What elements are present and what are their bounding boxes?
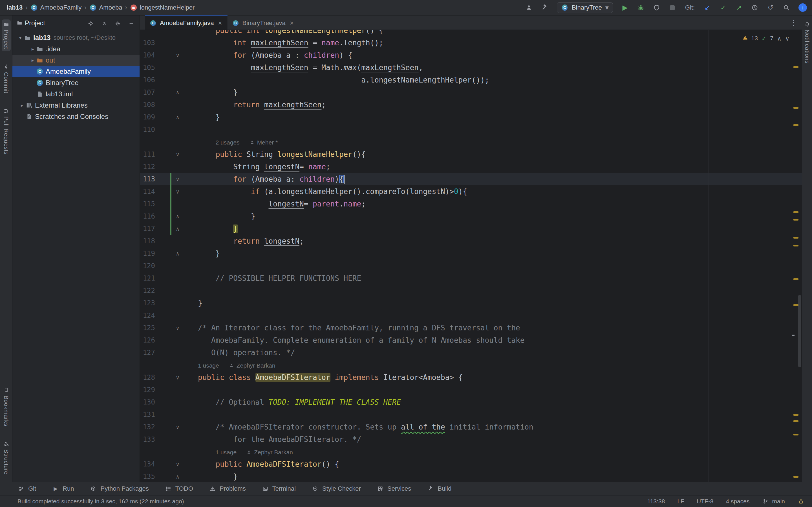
tree-chevron-icon[interactable]: ▸ (29, 57, 37, 63)
code-line-130[interactable]: 130 // Optional TODO: IMPLEMENT THE CLAS… (140, 396, 802, 408)
fold-marker-icon[interactable]: ∧ (174, 470, 182, 482)
code-line-127[interactable]: 127 O(N) operations. */ (140, 346, 802, 359)
search-icon[interactable] (783, 4, 790, 11)
tree-item-lab13[interactable]: ▾lab13sources root, ~/Deskto (12, 32, 140, 43)
warning-stripe-mark[interactable] (794, 304, 799, 306)
warning-count[interactable]: 13 (751, 35, 758, 42)
usages-inlay-hint[interactable]: 2 usagesMeher * (140, 136, 802, 148)
line-number[interactable]: 114 (141, 185, 155, 198)
code-line-135[interactable]: 135∧ } (140, 470, 802, 482)
line-number[interactable]: 130 (141, 396, 155, 408)
warning-stripe-mark[interactable] (794, 278, 799, 280)
warning-stripe-mark[interactable] (794, 434, 799, 436)
editor-tab-binarytree-java[interactable]: CBinaryTree.java× (227, 15, 299, 30)
author-name[interactable]: Zephyr Barkan (237, 359, 275, 372)
usages-inlay-hint[interactable]: 1 usageZephyr Barkan (140, 446, 802, 458)
line-number[interactable]: 120 (141, 260, 155, 272)
breadcrumb-item[interactable]: mlongestNameHelper (130, 4, 195, 11)
line-number[interactable]: 109 (141, 111, 155, 123)
line-number[interactable]: 122 (141, 284, 155, 297)
line-number[interactable]: 103 (141, 37, 155, 49)
tree-item-amoebafamily[interactable]: CAmoebaFamily (12, 66, 140, 77)
line-number[interactable]: 121 (141, 272, 155, 284)
warning-stripe-mark[interactable] (794, 414, 799, 416)
tool-window-button-git[interactable]: Git (17, 485, 36, 492)
line-number[interactable]: 110 (141, 123, 155, 136)
code-line-109[interactable]: 109∧ } (140, 111, 802, 123)
line-number[interactable]: 132 (141, 421, 155, 433)
warning-stripe-mark[interactable] (794, 245, 799, 246)
line-number[interactable]: 119 (141, 247, 155, 260)
fold-marker-icon[interactable]: ∨ (174, 458, 182, 470)
code-line-103[interactable]: 103 int maxLengthSeen = name.length(); (140, 37, 802, 49)
tool-stripe-button-notifications[interactable]: Notifications (803, 19, 812, 66)
fold-marker-icon[interactable]: ∨ (174, 421, 182, 433)
fold-marker-icon[interactable]: ∧ (174, 86, 182, 99)
usages-count[interactable]: 1 usage (215, 446, 237, 459)
code-line-123[interactable]: 123} (140, 297, 802, 309)
run-configuration-select[interactable]: CBinaryTree▾ (557, 2, 613, 13)
tool-window-button-todo[interactable]: TODO (165, 485, 193, 492)
fold-marker-icon[interactable]: ∨ (174, 185, 182, 198)
tool-stripe-button-bookmarks[interactable]: Bookmarks (2, 385, 11, 429)
change-marker[interactable] (170, 198, 171, 210)
tool-window-button-build[interactable]: Build (427, 485, 451, 492)
status-item-main[interactable]: main (762, 498, 785, 505)
status-item-utf-8[interactable]: UTF-8 (697, 498, 714, 505)
close-icon[interactable]: × (290, 19, 294, 27)
line-number[interactable]: 113 (141, 173, 155, 185)
code-line-117[interactable]: 117∧ } (140, 223, 802, 235)
line-number[interactable]: 134 (141, 458, 155, 470)
settings-icon[interactable] (114, 21, 121, 26)
fold-marker-icon[interactable]: ∨ (174, 173, 182, 185)
code-line-118[interactable]: 118 return longestN; (140, 235, 802, 247)
fold-marker-icon[interactable]: ∧ (174, 111, 182, 123)
code-line-116[interactable]: 116∧ } (140, 210, 802, 223)
tree-item-lab13-iml[interactable]: lab13.iml (12, 89, 140, 100)
warning-stripe-mark[interactable] (794, 237, 799, 238)
warning-stripe-mark[interactable] (794, 420, 799, 422)
line-number[interactable]: 118 (141, 235, 155, 247)
fold-marker-icon[interactable]: ∨ (174, 49, 182, 61)
code-line-114[interactable]: 114∨ if (a.longestNameHelper().compareTo… (140, 185, 802, 198)
fold-marker-icon[interactable]: ∧ (174, 247, 182, 260)
code-line-115[interactable]: 115 longestN= parent.name; (140, 198, 802, 210)
code-line-106[interactable]: 106 a.longestNameLengthHelper()); (140, 74, 802, 86)
line-number[interactable]: 104 (141, 49, 155, 61)
code-line-108[interactable]: 108 return maxLengthSeen; (140, 99, 802, 111)
line-number[interactable]: 116 (141, 210, 155, 223)
code-line-134[interactable]: 134∨ public AmoebaDFSIterator() { (140, 458, 802, 470)
author-name[interactable]: Zephyr Barkan (254, 446, 293, 459)
tool-stripe-button-pull-requests[interactable]: Pull Requests (2, 106, 11, 157)
code-line-partial[interactable]: public int longestNameLengthHelper() { (140, 30, 802, 37)
line-number[interactable]: 107 (141, 86, 155, 99)
commit-check-icon[interactable]: ✓ (719, 4, 727, 11)
code-line-112[interactable]: 112 String longestN= name; (140, 161, 802, 173)
tool-window-button-terminal[interactable]: Terminal (262, 485, 296, 492)
code-line-124[interactable]: 124 (140, 309, 802, 322)
line-number[interactable]: 106 (141, 74, 155, 86)
status-item-lf[interactable]: LF (677, 498, 684, 505)
rollback-icon[interactable]: ↺ (767, 4, 774, 11)
line-number[interactable]: 126 (141, 334, 155, 346)
line-number[interactable]: 117 (141, 223, 155, 235)
editor-tab-amoebafamily-java[interactable]: CAmoebaFamily.java× (145, 15, 227, 30)
line-number[interactable]: 124 (141, 309, 155, 322)
tree-item--idea[interactable]: ▸.idea (12, 43, 140, 55)
tree-item-out[interactable]: ▸out (12, 55, 140, 66)
fold-marker-icon[interactable]: ∧ (174, 210, 182, 223)
code-line-113[interactable]: 113∨ for (Amoeba a: children){ (140, 173, 802, 185)
tree-item-external-libraries[interactable]: ▸External Libraries (12, 100, 140, 111)
hammer-icon[interactable] (541, 4, 548, 11)
fold-marker-icon[interactable]: ∨ (174, 148, 182, 161)
code-line-107[interactable]: 107∧ } (140, 86, 802, 99)
tool-window-button-services[interactable]: Services (377, 485, 411, 492)
change-marker[interactable] (170, 185, 171, 198)
coverage-icon[interactable] (653, 4, 660, 11)
stop-icon[interactable] (669, 5, 676, 10)
tool-stripe-button-commit[interactable]: Commit (2, 62, 11, 96)
line-number[interactable]: 115 (141, 198, 155, 210)
code-line-132[interactable]: 132∨ /* AmoebaDFSIterator constructor. S… (140, 421, 802, 433)
update-icon[interactable]: ↙ (704, 4, 711, 11)
code-line-126[interactable]: 126 AmoebaFamily. Complete enumeration o… (140, 334, 802, 346)
